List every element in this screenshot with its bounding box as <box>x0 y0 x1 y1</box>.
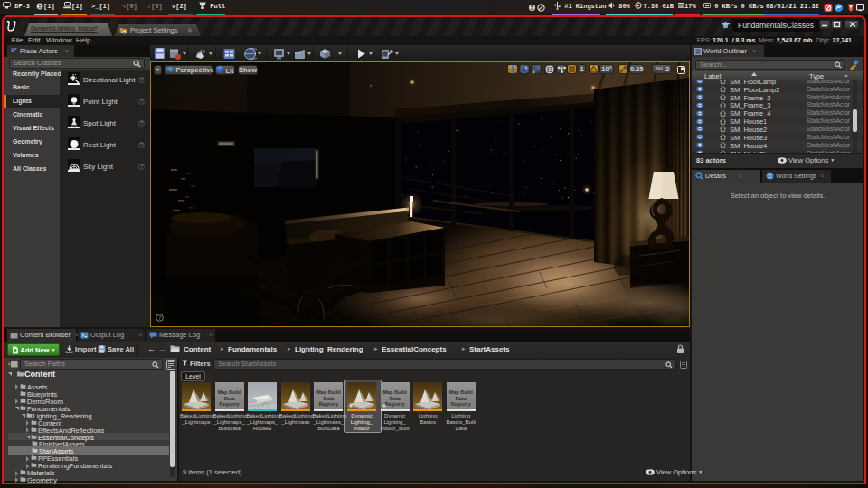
svg-text:?: ? <box>158 314 162 320</box>
svg-text:?: ? <box>140 121 143 126</box>
svg-text:?: ? <box>140 143 143 147</box>
svg-text:?: ? <box>140 78 143 82</box>
svg-text:?: ? <box>140 164 143 169</box>
svg-text:?: ? <box>140 99 143 104</box>
